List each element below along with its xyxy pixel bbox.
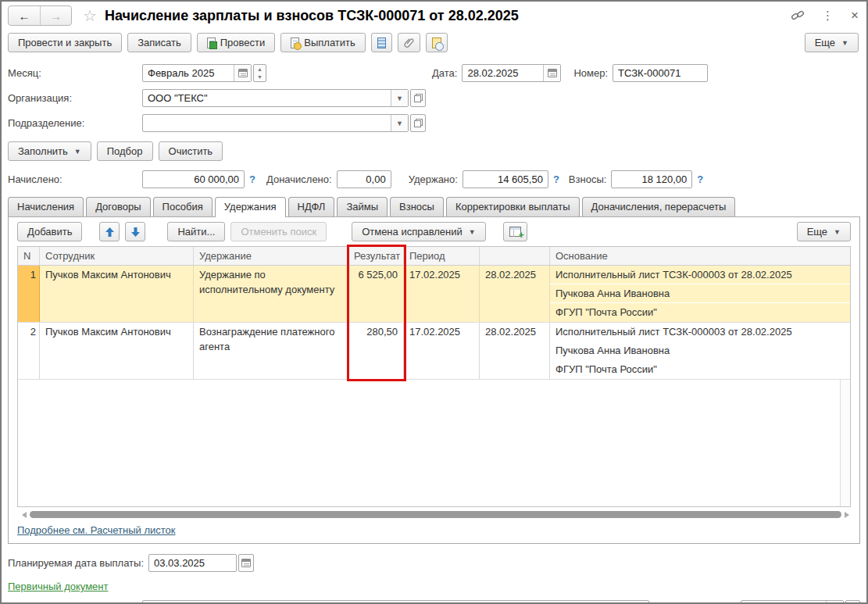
change-form-button[interactable] (503, 222, 527, 241)
horizontal-scrollbar[interactable] (17, 509, 851, 520)
cancel-corrections-button[interactable]: Отмена исправлений▼ (352, 222, 486, 241)
payslip-link[interactable]: Подробнее см. Расчетный листок (17, 524, 176, 536)
basis-line[interactable]: ФГУП "Почта России" (550, 303, 850, 322)
comment-input[interactable] (143, 601, 648, 604)
basis-line[interactable]: Пучкова Анна Ивановна (550, 284, 850, 303)
col-n[interactable]: N (18, 247, 40, 265)
more-button-grid[interactable]: Еще▼ (797, 222, 851, 241)
result-cell[interactable]: 280,50 (348, 323, 404, 379)
row-number-cell[interactable]: 1 (18, 266, 40, 322)
tab-payment-adjustments[interactable]: Корректировки выплаты (446, 197, 580, 216)
deduction-cell[interactable]: Вознаграждение платежного агента (194, 323, 348, 379)
table-row[interactable]: 2 Пучков Максим Антонович Вознаграждение… (18, 323, 850, 380)
period-end-cell[interactable]: 28.02.2025 (480, 323, 550, 379)
tab-benefits[interactable]: Пособия (153, 197, 213, 216)
contributions-help-icon[interactable]: ? (697, 173, 703, 185)
tab-contracts[interactable]: Договоры (86, 197, 150, 216)
related-documents-button[interactable] (426, 33, 448, 52)
favorite-star-icon[interactable]: ☆ (83, 6, 97, 25)
organization-open-button[interactable] (410, 89, 426, 107)
basis-cell[interactable]: Исполнительный лист ТСЗК-000003 от 28.02… (550, 323, 850, 379)
extra-accrued-input[interactable] (338, 171, 391, 188)
find-button[interactable]: Найти... (167, 222, 225, 241)
period-end-cell[interactable]: 28.02.2025 (480, 266, 550, 322)
scroll-right-icon[interactable] (845, 512, 849, 518)
primary-document-link[interactable]: Первичный документ (8, 581, 108, 592)
tab-deductions[interactable]: Удержания (215, 197, 286, 217)
table-row[interactable]: 1 Пучков Максим Антонович Удержание по и… (18, 266, 850, 323)
tab-contributions[interactable]: Взносы (390, 197, 444, 216)
deduction-cell[interactable]: Удержание по исполнительному документу (194, 266, 348, 322)
kebab-menu-icon[interactable]: ⋮ (822, 9, 834, 23)
contributions-input[interactable] (612, 171, 691, 188)
employee-cell[interactable]: Пучков Максим Антонович (40, 323, 194, 379)
employee-cell[interactable]: Пучков Максим Антонович (40, 266, 194, 322)
organization-dropdown-button[interactable]: ▼ (391, 90, 408, 106)
organization-input[interactable] (143, 90, 391, 106)
month-label: Месяц: (8, 67, 142, 79)
col-employee[interactable]: Сотрудник (40, 247, 194, 265)
tab-loans[interactable]: Займы (337, 197, 388, 216)
number-input[interactable] (613, 65, 707, 81)
vertical-scrollbar[interactable] (840, 380, 850, 506)
basis-line[interactable]: Исполнительный лист ТСЗК-000003 от 28.02… (550, 323, 850, 341)
result-cell[interactable]: 6 525,00 (348, 266, 404, 322)
table-header-row[interactable]: N Сотрудник Удержание Результат Период О… (18, 247, 850, 266)
more-button-top[interactable]: Еще▼ (805, 33, 859, 52)
scroll-left-icon[interactable] (22, 512, 27, 518)
col-basis[interactable]: Основание (550, 247, 850, 265)
cancel-search-button[interactable]: Отменить поиск (230, 222, 327, 241)
move-up-button[interactable] (99, 222, 120, 241)
department-dropdown-button[interactable]: ▼ (391, 115, 408, 131)
department-input[interactable] (143, 115, 391, 131)
accrued-help-icon[interactable]: ? (249, 173, 255, 185)
deductions-table[interactable]: N Сотрудник Удержание Результат Период О… (17, 246, 851, 507)
add-row-button[interactable]: Добавить (17, 222, 82, 241)
move-down-button[interactable] (125, 222, 145, 241)
col-period[interactable]: Период (404, 247, 480, 265)
back-icon[interactable]: ← (9, 6, 40, 25)
pick-button[interactable]: Подбор (97, 141, 153, 161)
date-input[interactable] (463, 65, 543, 81)
withheld-help-icon[interactable]: ? (553, 173, 559, 185)
row-number-cell[interactable]: 2 (18, 323, 40, 379)
department-open-button[interactable] (410, 114, 426, 132)
attachments-button[interactable] (398, 33, 420, 52)
col-result[interactable]: Результат (348, 247, 404, 265)
month-input[interactable] (143, 65, 234, 81)
month-calendar-button[interactable] (234, 65, 251, 81)
post-and-close-button[interactable]: Провести и закрыть (8, 33, 122, 52)
month-stepper[interactable]: ▲▼ (253, 64, 266, 82)
close-icon[interactable]: × (851, 8, 859, 23)
link-icon[interactable] (791, 9, 805, 23)
extra-accrued-field (337, 170, 391, 188)
period-cell[interactable]: 17.02.2025 (404, 266, 480, 322)
write-button[interactable]: Записать (127, 33, 191, 52)
basis-line[interactable]: Исполнительный лист ТСЗК-000003 от 28.02… (550, 266, 850, 284)
responsible-input[interactable] (741, 601, 826, 604)
tab-ndfl[interactable]: НДФЛ (288, 197, 335, 216)
tab-accruals[interactable]: Начисления (8, 197, 84, 216)
pay-button[interactable]: Выплатить (280, 33, 366, 52)
period-cell[interactable]: 17.02.2025 (404, 323, 480, 379)
post-button[interactable]: Провести (197, 33, 276, 52)
col-period-end[interactable] (480, 247, 550, 265)
tab-recalculations[interactable]: Доначисления, перерасчеты (582, 197, 736, 216)
date-calendar-button[interactable] (543, 65, 560, 81)
forward-icon[interactable]: → (40, 6, 71, 25)
basis-cell[interactable]: Исполнительный лист ТСЗК-000003 от 28.02… (550, 266, 850, 322)
planned-date-calendar-button[interactable] (238, 554, 254, 572)
table-empty-area[interactable] (18, 380, 850, 506)
responsible-open-button[interactable] (845, 600, 860, 604)
planned-date-input[interactable] (149, 555, 236, 571)
scrollbar-thumb[interactable] (30, 511, 841, 518)
clear-button[interactable]: Очистить (159, 141, 223, 161)
fill-button[interactable]: Заполнить▼ (8, 141, 91, 161)
basis-line[interactable]: ФГУП "Почта России" (550, 360, 850, 379)
register-records-button[interactable] (371, 33, 392, 52)
col-deduction[interactable]: Удержание (194, 247, 348, 265)
accrued-input[interactable] (143, 171, 244, 188)
withheld-input[interactable] (463, 171, 548, 188)
basis-line[interactable]: Пучкова Анна Ивановна (550, 341, 850, 360)
responsible-dropdown-button[interactable]: ▼ (826, 601, 843, 604)
